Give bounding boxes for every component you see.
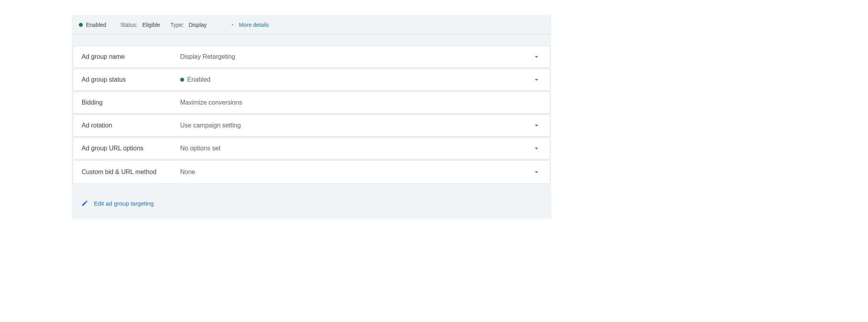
more-details-button[interactable]: More details <box>230 22 269 28</box>
pencil-icon <box>81 200 88 207</box>
status-text: Enabled <box>187 76 210 83</box>
edit-targeting-label: Edit ad group targeting <box>94 200 154 207</box>
status-bar: Enabled Status: Eligible Type: Display M… <box>72 15 551 35</box>
chevron-down-icon <box>532 76 541 84</box>
card-label: Ad group status <box>82 76 180 83</box>
card-value: Enabled <box>180 76 532 83</box>
card-custom-bid[interactable]: Custom bid & URL method None <box>73 160 550 184</box>
chevron-down-icon <box>532 53 541 61</box>
status-key: Status: <box>120 22 138 28</box>
chevron-down-icon <box>532 168 541 176</box>
type-key: Type: <box>170 22 184 28</box>
more-details-label: More details <box>239 22 269 28</box>
card-label: Custom bid & URL method <box>82 168 180 176</box>
card-label: Ad group name <box>82 53 180 60</box>
status-dot-icon <box>79 23 83 27</box>
card-value: Maximize conversions <box>180 99 532 106</box>
card-value: No options set <box>180 145 532 152</box>
chevron-down-icon <box>532 122 541 129</box>
card-url-options[interactable]: Ad group URL options No options set <box>73 137 550 159</box>
type-value: Display <box>188 22 207 28</box>
card-label: Ad rotation <box>82 122 180 129</box>
edit-targeting-link[interactable]: Edit ad group targeting <box>72 185 551 219</box>
card-ad-rotation[interactable]: Ad rotation Use campaign setting <box>73 114 550 137</box>
enabled-label: Enabled <box>86 22 106 28</box>
chevron-down-icon <box>230 22 235 27</box>
card-label: Ad group URL options <box>82 145 180 152</box>
settings-cards: Ad group name Display Retargeting Ad gro… <box>72 35 551 184</box>
chevron-down-icon <box>532 144 541 152</box>
card-ad-group-name[interactable]: Ad group name Display Retargeting <box>73 46 550 68</box>
card-bidding[interactable]: Bidding Maximize conversions <box>73 92 550 114</box>
status-value: Eligible <box>142 22 160 28</box>
status-dot-icon <box>180 78 184 82</box>
settings-panel: Enabled Status: Eligible Type: Display M… <box>72 15 551 219</box>
card-label: Bidding <box>82 99 180 106</box>
card-value: Display Retargeting <box>180 53 532 60</box>
card-value: Use campaign setting <box>180 122 532 129</box>
card-value: None <box>180 168 532 176</box>
card-ad-group-status[interactable]: Ad group status Enabled <box>73 69 550 91</box>
